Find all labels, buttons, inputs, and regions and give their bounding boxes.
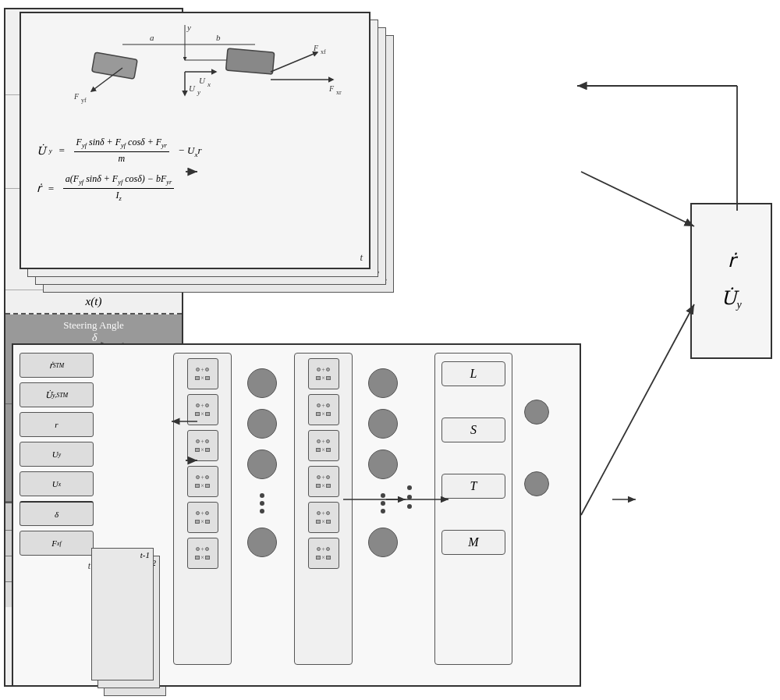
- svg-rect-34: [92, 52, 138, 79]
- nn-input-r: r: [20, 412, 94, 437]
- lstm-cell-2-4: + ×: [308, 466, 339, 497]
- neuron-2-4: [368, 528, 398, 557]
- svg-text:x: x: [207, 80, 211, 88]
- svg-text:U: U: [189, 84, 196, 93]
- output-panel: L S T M: [434, 353, 512, 665]
- svg-text:b: b: [216, 33, 221, 42]
- nn-input-uy: Uy: [20, 442, 94, 467]
- svg-text:F: F: [328, 84, 335, 93]
- output-box-M: M: [441, 530, 505, 555]
- output-circles: [524, 400, 549, 496]
- lstm-cell-1-5: + ×: [187, 502, 218, 533]
- nn-inputs-col: ṙSTM U̇y,STM r Uy Ux δ Fxf t: [20, 353, 94, 572]
- lstm-cell-1-1: + ×: [187, 358, 218, 389]
- svg-line-54: [581, 304, 694, 515]
- output-neuron-1: [524, 400, 549, 425]
- neuron-2-1: [368, 368, 398, 398]
- svg-text:xr: xr: [336, 89, 342, 96]
- lstm-layer-2: + × + ×: [294, 353, 353, 665]
- svg-text:yf: yf: [81, 97, 87, 104]
- lstm-cell-2-6: + ×: [308, 538, 339, 569]
- svg-text:y: y: [186, 23, 191, 32]
- neuron-1-2: [247, 409, 277, 439]
- nn-time-stack: t-1: [91, 548, 154, 680]
- nn-input-ux: Ux: [20, 471, 94, 496]
- lstm-cell-1-2: + ×: [187, 394, 218, 425]
- svg-line-45: [271, 52, 317, 72]
- svg-text:U: U: [199, 76, 206, 85]
- svg-text:xf: xf: [321, 48, 326, 55]
- result-r-dot: ṙ: [728, 250, 736, 272]
- svg-rect-35: [226, 48, 275, 74]
- svg-text:F: F: [73, 92, 80, 101]
- lstm-cell-2-5: + ×: [308, 502, 339, 533]
- output-box-S: S: [441, 418, 505, 442]
- neuron-1-4: [247, 528, 277, 557]
- main-container: Yaw rate r: [4, 8, 776, 692]
- nn-input-fxf: Fxf: [20, 531, 94, 556]
- svg-line-53: [581, 172, 694, 226]
- vehicle-diagram-svg: y x a b U x: [29, 21, 356, 123]
- nn-panel: ṙSTM U̇y,STM r Uy Ux δ Fxf t: [12, 343, 581, 687]
- nn-input-uy-stm: U̇y,STM: [20, 382, 94, 407]
- svg-text:F: F: [313, 44, 319, 52]
- lstm-cell-1-3: + ×: [187, 430, 218, 461]
- nn-input-delta: δ: [20, 501, 94, 526]
- result-panel: ṙ U̇y: [690, 203, 772, 359]
- output-box-L: L: [441, 361, 505, 386]
- lstm-layer-1: + × + ×: [173, 353, 232, 665]
- output-neuron-2: [524, 471, 549, 496]
- equation-block: U̇y = Fyf sinδ + Fyf cosδ + Fyr m − Uxr …: [29, 126, 361, 215]
- lstm-cell-1-6: + ×: [187, 538, 218, 569]
- hidden-circles-2: [368, 368, 398, 557]
- nn-input-r-stm: ṙSTM: [20, 353, 94, 378]
- neuron-2-2: [368, 409, 398, 439]
- lstm-cell-2-1: + ×: [308, 358, 339, 389]
- neuron-1-1: [247, 368, 277, 398]
- neuron-1-3: [247, 449, 277, 479]
- svg-text:δ: δ: [92, 332, 98, 343]
- hidden-circles-1: [247, 368, 277, 557]
- page-t-front: t y x a: [20, 12, 370, 269]
- page-t-label: t: [360, 251, 363, 264]
- dots-mid: [407, 485, 412, 509]
- lstm-cell-2-3: + ×: [308, 430, 339, 461]
- svg-text:y: y: [197, 88, 200, 96]
- equation-line-1: U̇y = Fyf sinδ + Fyf cosδ + Fyr m − Uxr: [37, 136, 353, 166]
- lstm-cell-1-4: + ×: [187, 466, 218, 497]
- svg-text:a: a: [150, 33, 154, 42]
- output-box-T: T: [441, 474, 505, 499]
- model-panel-stack: t-3 t-2 t-1 t y: [20, 12, 402, 300]
- result-uy-dot: U̇y: [721, 287, 741, 311]
- equation-line-2: ṙ = a(Fyf sinδ + Fyf cosδ) − bFyr Iz: [37, 172, 353, 205]
- lstm-cell-2-2: + ×: [308, 394, 339, 425]
- neuron-2-3: [368, 449, 398, 479]
